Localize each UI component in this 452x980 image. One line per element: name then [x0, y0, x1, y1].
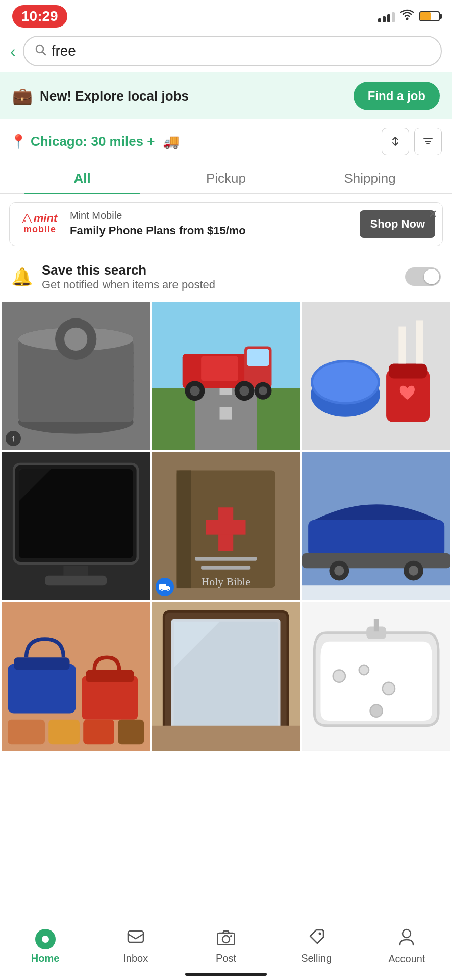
svg-rect-69 — [8, 664, 76, 714]
find-job-button[interactable]: Find a job — [354, 82, 440, 110]
svg-point-86 — [370, 705, 382, 717]
tab-all[interactable]: All — [10, 163, 154, 193]
svg-point-31 — [240, 386, 249, 396]
svg-rect-48 — [45, 576, 107, 585]
search-icon — [34, 43, 46, 59]
product-card[interactable] — [302, 452, 450, 600]
post-camera-icon — [217, 929, 235, 949]
ad-banner: mint mobile Mint Mobile Family Phone Pla… — [9, 202, 443, 246]
job-banner-text: New! Explore local jobs — [40, 88, 346, 104]
nav-home[interactable]: Home — [25, 929, 66, 964]
category-tabs: All Pickup Shipping — [0, 163, 452, 194]
svg-rect-72 — [86, 670, 134, 682]
svg-marker-6 — [22, 214, 32, 223]
product-card[interactable] — [302, 602, 450, 750]
save-search-toggle[interactable] — [405, 267, 441, 286]
search-bar[interactable] — [23, 36, 442, 66]
job-banner: 💼 New! Explore local jobs Find a job — [0, 72, 452, 119]
svg-text:Holy Bible: Holy Bible — [202, 576, 250, 588]
status-icons — [378, 9, 440, 23]
back-button[interactable]: ‹ — [10, 42, 16, 61]
product-card[interactable] — [302, 302, 450, 450]
svg-point-18 — [64, 327, 87, 350]
ad-text: Mint Mobile Family Phone Plans from $15/… — [70, 210, 353, 238]
svg-rect-62 — [302, 553, 450, 568]
svg-rect-71 — [82, 676, 138, 720]
delivery-truck-icon: 🚚 — [163, 134, 179, 150]
svg-point-83 — [333, 670, 345, 682]
inbox-icon — [127, 929, 144, 949]
selling-tag-icon — [308, 929, 324, 949]
nav-post[interactable]: Post — [206, 929, 246, 964]
svg-point-0 — [406, 18, 409, 20]
shop-now-button[interactable]: Shop Now — [360, 210, 435, 238]
svg-rect-89 — [128, 931, 143, 942]
battery-icon — [419, 11, 440, 21]
svg-rect-75 — [83, 720, 114, 745]
nav-account-label: Account — [388, 953, 425, 965]
sort-button[interactable] — [382, 128, 409, 155]
filter-button[interactable] — [414, 128, 442, 155]
search-input[interactable] — [52, 43, 431, 59]
save-search-title: Save this search — [42, 262, 396, 278]
svg-rect-26 — [247, 349, 269, 366]
svg-point-84 — [359, 665, 368, 675]
ad-logo: mint mobile — [17, 213, 63, 235]
nav-account[interactable]: Account — [386, 928, 427, 965]
svg-point-33 — [259, 386, 267, 395]
nav-inbox-label: Inbox — [123, 952, 148, 964]
svg-rect-39 — [389, 363, 427, 378]
product-card[interactable] — [2, 452, 150, 600]
svg-point-85 — [382, 682, 394, 695]
location-left[interactable]: 📍 Chicago: 30 miles + 🚚 — [10, 134, 179, 150]
product-grid: ↑ — [0, 300, 452, 752]
nav-inbox[interactable]: Inbox — [115, 929, 156, 964]
toggle-thumb — [424, 269, 439, 284]
location-pin-icon: 📍 — [10, 134, 27, 150]
status-bar: 10:29 — [0, 0, 452, 31]
svg-point-37 — [313, 362, 378, 402]
account-person-icon — [399, 928, 414, 950]
boost-badge: ↑ — [6, 431, 21, 446]
product-card[interactable]: Holy Bible — [152, 452, 300, 600]
svg-rect-41 — [416, 320, 423, 363]
save-search-row: 🔔 Save this search Get notified when ite… — [0, 254, 452, 300]
svg-rect-47 — [63, 566, 88, 575]
search-bar-container: ‹ — [0, 31, 452, 72]
svg-point-66 — [408, 566, 418, 575]
svg-point-58 — [161, 589, 163, 591]
svg-rect-76 — [118, 720, 144, 745]
bottom-nav: Home Inbox Post Selling — [0, 920, 452, 980]
svg-point-91 — [222, 936, 230, 943]
ad-close-button[interactable]: ✕ — [428, 208, 437, 221]
svg-rect-27 — [201, 356, 238, 381]
svg-rect-55 — [201, 566, 250, 569]
svg-line-2 — [42, 52, 45, 55]
signal-icon — [378, 10, 395, 22]
tab-pickup[interactable]: Pickup — [154, 163, 298, 193]
status-time: 10:29 — [12, 5, 67, 28]
svg-rect-61 — [308, 520, 444, 557]
svg-rect-81 — [152, 726, 300, 751]
wifi-icon — [400, 9, 414, 23]
nav-selling[interactable]: Selling — [296, 929, 337, 964]
product-card[interactable] — [152, 302, 300, 450]
svg-rect-88 — [373, 619, 379, 631]
svg-rect-23 — [220, 407, 232, 419]
product-card[interactable] — [152, 602, 300, 750]
home-circle-icon — [35, 929, 56, 949]
svg-rect-54 — [195, 557, 257, 560]
briefcase-icon: 💼 — [12, 86, 33, 106]
save-search-text: Save this search Get notified when items… — [42, 262, 396, 291]
tab-shipping[interactable]: Shipping — [298, 163, 442, 193]
product-card[interactable] — [2, 602, 150, 750]
svg-rect-51 — [177, 470, 191, 588]
svg-point-92 — [230, 935, 232, 937]
nav-post-label: Post — [216, 952, 236, 964]
home-indicator — [185, 973, 267, 976]
svg-point-64 — [334, 566, 344, 575]
product-card[interactable]: ↑ — [2, 302, 150, 450]
svg-rect-67 — [302, 585, 450, 600]
location-text: Chicago: 30 miles + — [31, 134, 155, 150]
svg-rect-74 — [48, 720, 80, 745]
